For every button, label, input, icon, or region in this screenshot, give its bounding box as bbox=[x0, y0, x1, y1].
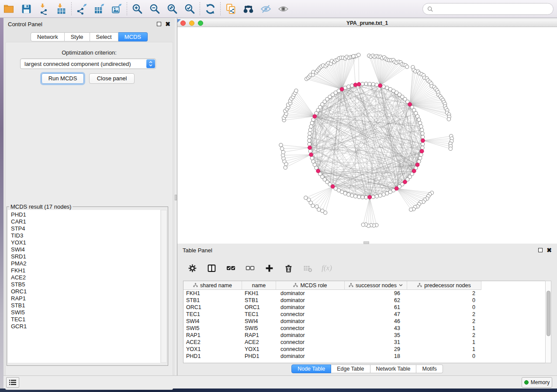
tab-edge-table[interactable]: Edge Table bbox=[331, 364, 370, 373]
table-cell[interactable]: ACE2 bbox=[242, 339, 276, 346]
table-cell[interactable]: 0 bbox=[407, 304, 481, 311]
table-cell[interactable]: 1 bbox=[407, 339, 481, 346]
table-cell[interactable]: connector bbox=[276, 311, 345, 318]
mcds-result-scrollbar[interactable] bbox=[161, 210, 167, 363]
table-cell[interactable]: 35 bbox=[345, 332, 407, 339]
table-cell[interactable]: connector bbox=[276, 346, 345, 353]
table-cell[interactable]: ORC1 bbox=[183, 304, 242, 311]
table-cell[interactable]: connector bbox=[276, 325, 345, 332]
settings-button[interactable] bbox=[187, 263, 197, 273]
search-field[interactable] bbox=[422, 3, 554, 15]
table-cell[interactable]: SWI5 bbox=[183, 325, 242, 332]
network-graph[interactable] bbox=[279, 53, 453, 228]
table-row[interactable]: TEC1TEC1connector472 bbox=[183, 311, 481, 318]
table-cell[interactable]: 47 bbox=[345, 311, 407, 318]
table-cell[interactable]: STB1 bbox=[183, 297, 242, 304]
mcds-result-item[interactable]: STP4 bbox=[11, 225, 160, 232]
mcds-result-item[interactable]: RAP1 bbox=[11, 295, 160, 302]
mcds-result-item[interactable]: PMA2 bbox=[11, 260, 160, 267]
mcds-result-item[interactable]: PHD1 bbox=[11, 211, 160, 218]
table-row[interactable]: RAP1RAP1dominator352 bbox=[183, 332, 481, 339]
search-input[interactable] bbox=[436, 6, 549, 12]
import-table-button[interactable] bbox=[52, 1, 70, 17]
close-panel-icon[interactable]: ✖ bbox=[165, 22, 170, 26]
delete-button[interactable] bbox=[283, 263, 294, 273]
table-cell[interactable]: dominator bbox=[276, 304, 345, 311]
table-row[interactable]: FKH1FKH1dominator962 bbox=[183, 290, 481, 297]
mcds-result-item[interactable]: ACE2 bbox=[11, 274, 160, 281]
table-cell[interactable]: RAP1 bbox=[242, 332, 276, 339]
refresh-button[interactable] bbox=[201, 1, 219, 17]
table-cell[interactable]: 46 bbox=[345, 318, 407, 325]
import-network-button[interactable] bbox=[35, 1, 52, 17]
mcds-result-item[interactable]: SRD1 bbox=[11, 253, 160, 260]
columns-button[interactable] bbox=[206, 263, 217, 273]
table-cell[interactable]: 0 bbox=[407, 353, 481, 360]
table-cell[interactable]: YOX1 bbox=[183, 346, 242, 353]
save-button[interactable] bbox=[17, 1, 35, 17]
column-header-successor-nodes[interactable]: successor nodes bbox=[345, 281, 407, 289]
table-cell[interactable]: SWI4 bbox=[183, 318, 242, 325]
table-cell[interactable]: 43 bbox=[345, 325, 407, 332]
table-cell[interactable]: 2 bbox=[407, 318, 481, 325]
table-row[interactable]: YOX1YOX1connector291 bbox=[183, 346, 481, 353]
table-cell[interactable]: FKH1 bbox=[242, 290, 276, 297]
horizontal-splitter-handle[interactable] bbox=[363, 241, 369, 244]
network-canvas[interactable] bbox=[177, 27, 557, 243]
table-cell[interactable]: 62 bbox=[345, 297, 407, 304]
table-cell[interactable]: 18 bbox=[345, 353, 407, 360]
open-file-button[interactable] bbox=[0, 1, 17, 17]
tab-motifs[interactable]: Motifs bbox=[416, 364, 443, 373]
hide-details-button[interactable] bbox=[257, 1, 274, 17]
table-cell[interactable]: TEC1 bbox=[242, 311, 276, 318]
column-header-name[interactable]: name bbox=[242, 281, 276, 289]
table-row[interactable]: SWI4SWI4dominator462 bbox=[183, 318, 481, 325]
memory-button[interactable]: Memory bbox=[522, 377, 552, 388]
tab-network[interactable]: Network bbox=[31, 32, 65, 41]
vertical-splitter-handle[interactable] bbox=[175, 195, 177, 200]
mcds-result-item[interactable]: SWI5 bbox=[11, 309, 160, 316]
table-cell[interactable]: FKH1 bbox=[183, 290, 242, 297]
column-header-shared-name[interactable]: shared name bbox=[183, 281, 242, 289]
float-table-panel-icon[interactable] bbox=[538, 248, 543, 252]
zoom-selected-button[interactable] bbox=[181, 1, 198, 17]
table-cell[interactable]: 1 bbox=[407, 346, 481, 353]
table-cell[interactable]: 1 bbox=[407, 325, 481, 332]
table-cell[interactable]: ORC1 bbox=[242, 304, 276, 311]
table-cell[interactable]: dominator bbox=[276, 297, 345, 304]
tab-node-table[interactable]: Node Table bbox=[291, 364, 331, 373]
zoom-fit-button[interactable] bbox=[163, 1, 181, 17]
copy-network-button[interactable] bbox=[222, 1, 239, 17]
export-network-button[interactable] bbox=[73, 1, 90, 17]
table-cell[interactable]: 2 bbox=[407, 311, 481, 318]
table-cell[interactable]: PHD1 bbox=[242, 353, 276, 360]
mcds-result-item[interactable]: FKH1 bbox=[11, 267, 160, 274]
mcds-result-item[interactable]: ORC1 bbox=[11, 288, 160, 295]
tab-network-table[interactable]: Network Table bbox=[370, 364, 417, 373]
task-history-button[interactable] bbox=[6, 377, 19, 388]
table-cell[interactable]: 31 bbox=[345, 339, 407, 346]
table-cell[interactable]: RAP1 bbox=[183, 332, 242, 339]
export-image-button[interactable] bbox=[108, 1, 125, 17]
mcds-result-list[interactable]: PHD1CAR1STP4TID3YOX1SWI4SRD1PMA2FKH1ACE2… bbox=[8, 210, 161, 363]
tab-mcds[interactable]: MCDS bbox=[118, 32, 148, 41]
table-cell[interactable]: SWI5 bbox=[242, 325, 276, 332]
zoom-in-button[interactable] bbox=[128, 1, 146, 17]
add-button[interactable] bbox=[264, 263, 274, 273]
tab-style[interactable]: Style bbox=[65, 32, 90, 41]
mcds-result-item[interactable]: TID3 bbox=[11, 232, 160, 239]
table-scrollbar-thumb[interactable] bbox=[547, 291, 550, 336]
table-row[interactable]: PHD1PHD1dominator180 bbox=[183, 353, 481, 360]
table-cell[interactable]: 0 bbox=[407, 297, 481, 304]
column-header-MCDS-role[interactable]: MCDS role bbox=[276, 281, 345, 289]
table-cell[interactable]: 29 bbox=[345, 346, 407, 353]
table-row[interactable]: STB1STB1dominator620 bbox=[183, 297, 481, 304]
mcds-result-item[interactable]: SWI4 bbox=[11, 246, 160, 253]
show-details-button[interactable] bbox=[274, 1, 292, 17]
zoom-out-button[interactable] bbox=[146, 1, 163, 17]
tab-select[interactable]: Select bbox=[90, 32, 118, 41]
table-row[interactable]: ACE2ACE2connector311 bbox=[183, 339, 481, 346]
mcds-result-item[interactable]: STB5 bbox=[11, 281, 160, 288]
close-panel-button[interactable]: Close panel bbox=[89, 73, 135, 84]
mcds-result-item[interactable]: GCR1 bbox=[11, 323, 160, 330]
